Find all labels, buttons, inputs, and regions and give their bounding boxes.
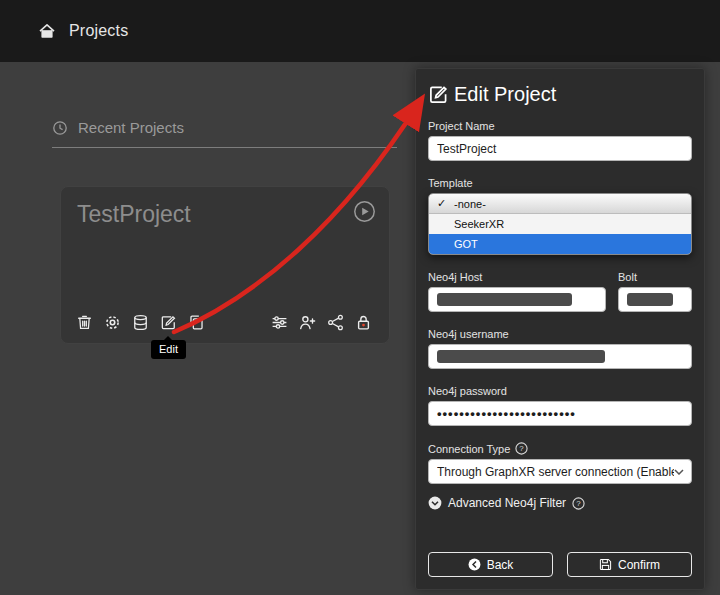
share-icon[interactable] <box>327 314 344 331</box>
neo4j-host-label: Neo4j Host <box>428 271 606 283</box>
duplicate-project-icon[interactable] <box>188 314 205 331</box>
bolt-label: Bolt <box>618 271 692 283</box>
template-label: Template <box>428 177 692 189</box>
check-icon: ✓ <box>437 197 447 210</box>
back-button[interactable]: Back <box>428 552 553 577</box>
edit-tooltip: Edit <box>151 340 186 359</box>
advanced-neo4j-filter-toggle[interactable]: Advanced Neo4j Filter ? <box>428 496 692 510</box>
password-group: Neo4j password <box>428 385 692 426</box>
save-icon <box>599 558 612 571</box>
svg-text:?: ? <box>520 444 525 453</box>
template-dropdown: ✓ -none- SeekerXR GOT <box>428 193 692 255</box>
redacted-username-value <box>437 350 605 363</box>
recent-projects-header: Recent Projects <box>52 119 397 148</box>
connection-type-label: Connection Type ? <box>428 442 692 455</box>
connection-type-select[interactable]: Through GraphXR server connection (Enabl… <box>428 459 692 484</box>
template-option-got[interactable]: GOT <box>429 234 691 254</box>
collapse-circle-icon <box>428 496 442 510</box>
template-option-seekerxr[interactable]: SeekerXR <box>429 214 691 234</box>
connection-type-label-text: Connection Type <box>428 443 510 455</box>
neo4j-host-input[interactable] <box>428 287 606 312</box>
edit-project-icon[interactable] <box>160 314 177 331</box>
database-icon[interactable] <box>132 314 149 331</box>
help-icon[interactable]: ? <box>515 442 528 455</box>
chevron-down-icon <box>674 469 684 475</box>
neo4j-password-label: Neo4j password <box>428 385 692 397</box>
redacted-bolt-value <box>627 293 673 306</box>
back-arrow-icon <box>468 558 481 571</box>
confirm-button-label: Confirm <box>618 558 660 572</box>
home-icon[interactable] <box>38 22 56 40</box>
settings-gear-icon[interactable] <box>104 314 121 331</box>
project-name-label: Project Name <box>428 120 692 132</box>
template-group: Template ✓ -none- SeekerXR GOT <box>428 177 692 255</box>
add-user-icon[interactable] <box>299 314 316 331</box>
help-icon[interactable]: ? <box>572 497 585 510</box>
confirm-button[interactable]: Confirm <box>567 552 692 577</box>
edit-square-icon <box>428 84 449 105</box>
clock-icon <box>52 120 68 136</box>
template-option-list: SeekerXR GOT <box>429 214 691 254</box>
play-project-button[interactable] <box>353 200 376 227</box>
lock-icon[interactable] <box>355 314 372 331</box>
username-group: Neo4j username <box>428 328 692 369</box>
redacted-host-value <box>437 293 572 306</box>
edit-project-panel: Edit Project Project Name Template ✓ -no… <box>415 68 705 590</box>
svg-text:?: ? <box>576 499 581 508</box>
panel-title-text: Edit Project <box>454 83 556 106</box>
neo4j-username-label: Neo4j username <box>428 328 692 340</box>
project-name-input[interactable] <box>428 136 692 161</box>
advanced-filter-label: Advanced Neo4j Filter <box>448 496 566 510</box>
host-bolt-group: Neo4j Host Bolt <box>428 271 692 312</box>
project-card-toolbar <box>76 314 372 331</box>
template-option-none[interactable]: ✓ -none- <box>429 194 691 214</box>
sliders-icon[interactable] <box>271 314 288 331</box>
neo4j-password-input[interactable] <box>428 401 692 426</box>
bolt-input[interactable] <box>618 287 692 312</box>
neo4j-username-input[interactable] <box>428 344 692 369</box>
project-name-group: Project Name <box>428 120 692 161</box>
top-navbar: Projects <box>0 0 720 62</box>
section-title: Recent Projects <box>78 119 184 136</box>
connection-type-group: Connection Type ? Through GraphXR server… <box>428 442 692 484</box>
template-selected-text: -none- <box>454 198 486 210</box>
project-card-name: TestProject <box>77 201 373 228</box>
panel-actions: Back Confirm <box>428 552 692 577</box>
connection-type-value: Through GraphXR server connection (Enabl… <box>437 465 674 479</box>
project-card[interactable]: TestProject <box>60 186 390 344</box>
nav-projects-link[interactable]: Projects <box>69 22 128 40</box>
back-button-label: Back <box>487 558 514 572</box>
panel-title: Edit Project <box>428 83 692 106</box>
delete-project-icon[interactable] <box>76 314 93 331</box>
